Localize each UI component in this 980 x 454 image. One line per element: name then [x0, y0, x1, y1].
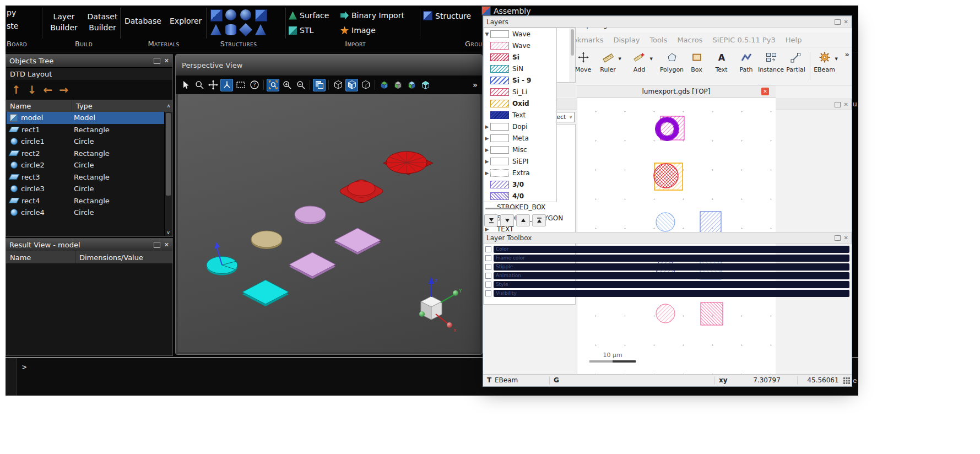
toolbox-section[interactable]: Visibility [494, 290, 849, 297]
perspective-view-titlebar[interactable]: Perspective View [176, 55, 482, 75]
chevron-right-icon[interactable]: ▶ [484, 124, 490, 129]
layers-panel-header[interactable]: Layers ✕ [483, 16, 852, 28]
layer-row[interactable]: Text [484, 109, 556, 121]
chevron-right-icon[interactable]: ▶ [484, 136, 490, 141]
zoom-tool-icon[interactable] [193, 79, 205, 91]
layer-swatch[interactable] [490, 77, 509, 84]
table-row[interactable]: rect1Rectangle [7, 124, 165, 136]
checkbox[interactable] [485, 290, 491, 296]
layer-swatch[interactable] [490, 111, 509, 119]
clipboard-paste-fragment[interactable]: ste [7, 21, 18, 30]
layer-swatch[interactable] [490, 100, 509, 107]
table-row[interactable]: circle3Circle [7, 183, 165, 195]
toolbox-section[interactable]: Stipple [494, 263, 849, 271]
toolbar-overflow-icon[interactable]: » [845, 50, 849, 58]
table-row[interactable]: modelModel [7, 112, 165, 124]
polygon-primitive-icon[interactable] [239, 23, 252, 36]
menu-siepic[interactable]: SiEPIC 0.5.11 Py3 [708, 36, 781, 44]
cells-scrollbar[interactable] [570, 28, 575, 82]
layer-list[interactable]: ▼Wave Wave Si SiN Si - 9 Si_Li Oxid Text… [483, 28, 557, 202]
layer-builder-button[interactable]: Layer Builder [46, 11, 82, 33]
toolbox-row[interactable]: Style [483, 280, 852, 289]
zoom-extents-icon[interactable] [267, 79, 279, 91]
layout-tab[interactable]: lumexport.gds [TOP] [642, 88, 711, 95]
move-layer-bottom-icon[interactable] [484, 214, 498, 226]
float-panel-icon[interactable] [835, 19, 841, 25]
layer-row[interactable]: Oxid [484, 98, 556, 109]
clipboard-copy-fragment[interactable]: py [7, 8, 16, 17]
float-panel-icon[interactable] [154, 242, 160, 248]
layer-swatch[interactable] [490, 158, 509, 165]
explorer-button[interactable]: Explorer [170, 17, 202, 25]
chevron-down-icon[interactable]: ▼ [835, 57, 838, 61]
move-layer-down-icon[interactable] [500, 214, 514, 226]
viewport-3d[interactable]: z Y x [178, 94, 480, 352]
toolbox-section[interactable]: Animation [494, 272, 849, 279]
layers-hscrollbar[interactable] [485, 208, 516, 209]
layer-row[interactable]: ▶Dopi [484, 121, 556, 132]
iso-view-icon[interactable] [378, 79, 391, 91]
move-layer-top-icon[interactable] [532, 214, 546, 226]
binary-import-button[interactable]: Binary Import [340, 11, 404, 20]
chevron-right-icon[interactable]: ▶ [484, 159, 490, 164]
library-item[interactable]: STROKED_BOX [484, 202, 575, 213]
layer-swatch[interactable] [490, 88, 509, 96]
zoom-out-icon[interactable] [294, 79, 307, 91]
checkbox[interactable] [485, 255, 491, 261]
box-tool-button[interactable]: Box [684, 50, 709, 74]
table-row[interactable]: rect2Rectangle [7, 148, 165, 160]
ruler-tool-button[interactable]: Ruler ▼ [595, 50, 620, 74]
table-row[interactable]: circle4Circle [7, 207, 165, 219]
layer-row[interactable]: Wave [484, 40, 556, 51]
help-icon[interactable]: ? [248, 79, 261, 91]
close-panel-icon[interactable]: ✕ [844, 102, 848, 107]
path-tool-button[interactable]: Path [734, 50, 759, 74]
close-panel-icon[interactable]: ✕ [844, 235, 848, 241]
layer-row[interactable]: ▶Extra [484, 167, 556, 179]
column-name[interactable]: Name [6, 253, 75, 262]
split-view-icon[interactable] [313, 79, 326, 91]
layer-swatch[interactable] [490, 65, 509, 73]
sphere-primitive-icon[interactable] [225, 9, 236, 20]
scroll-up-icon[interactable]: ∧ [165, 102, 172, 109]
view-cube-wire-icon[interactable] [332, 79, 344, 91]
move-left-icon[interactable]: ← [44, 84, 53, 95]
checkbox[interactable] [485, 264, 491, 270]
orbit-tool-icon[interactable] [220, 79, 233, 91]
top-view-icon[interactable] [392, 79, 404, 91]
chevron-down-icon[interactable]: ▼ [619, 57, 621, 61]
scrollbar-thumb[interactable] [571, 29, 574, 56]
status-grid-indicator[interactable]: G [554, 376, 559, 384]
cube-primitive-icon[interactable] [210, 9, 223, 21]
float-panel-icon[interactable] [835, 102, 841, 107]
database-button[interactable]: Database [124, 17, 161, 25]
rubber-band-select-icon[interactable] [234, 79, 247, 91]
column-name[interactable]: Name [6, 102, 72, 110]
ebeam-tool-button[interactable]: EBeam ▼ [812, 50, 837, 74]
toolbox-row[interactable]: Color [483, 245, 852, 253]
instance-tool-button[interactable]: Instance [759, 50, 783, 74]
layer-swatch[interactable] [490, 192, 509, 200]
toolbox-row[interactable]: Frame color [483, 254, 852, 262]
table-row[interactable]: circle1Circle [7, 136, 165, 148]
view-cube-shaded-icon[interactable] [345, 79, 358, 91]
cube-primitive-icon[interactable] [255, 9, 267, 21]
table-row[interactable]: circle2Circle [7, 159, 165, 171]
objects-tree-scrollbar[interactable]: ∨ [164, 112, 172, 236]
layer-swatch[interactable] [490, 146, 509, 154]
move-down-icon[interactable]: ↓ [28, 84, 37, 95]
close-tab-icon[interactable]: ✕ [761, 88, 769, 95]
toolbox-section[interactable]: Frame color [494, 255, 849, 262]
text-tool-button[interactable]: A Text [709, 50, 734, 74]
move-layer-up-icon[interactable] [516, 214, 530, 226]
menu-macros[interactable]: Macros [672, 36, 707, 44]
move-right-icon[interactable]: → [59, 84, 68, 95]
table-row[interactable]: rect3Rectangle [7, 171, 165, 183]
float-panel-icon[interactable] [835, 235, 841, 241]
float-panel-icon[interactable] [154, 58, 160, 64]
surface-import-button[interactable]: Surface [289, 11, 329, 20]
layer-row[interactable]: Si [484, 51, 556, 63]
layer-swatch[interactable] [490, 30, 509, 38]
layer-swatch[interactable] [490, 169, 509, 177]
chevron-down-icon[interactable]: ▼ [484, 31, 490, 37]
